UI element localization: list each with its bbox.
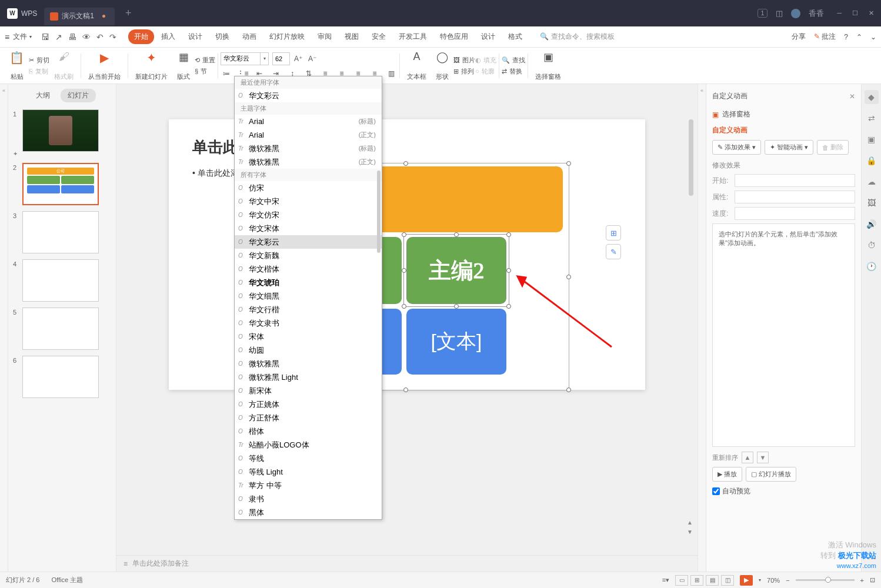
font-option[interactable]: O华文彩云 xyxy=(235,89,382,102)
font-option[interactable]: O华文仿宋 xyxy=(235,208,382,222)
document-tab[interactable]: 演示文稿1 xyxy=(44,8,115,25)
sorter-view-icon[interactable]: ⊞ xyxy=(690,575,703,586)
maximize-button[interactable]: ☐ xyxy=(852,9,858,17)
replace-button[interactable]: ⇄替换 xyxy=(502,67,525,76)
slide-thumb-4[interactable]: 4 xyxy=(13,259,111,302)
find-button[interactable]: 🔍查找 xyxy=(502,56,525,65)
tab-review[interactable]: 审阅 xyxy=(312,29,338,44)
tab-slideshow[interactable]: 幻灯片放映 xyxy=(263,29,311,44)
strip-resource-icon[interactable]: ☁ xyxy=(865,175,879,189)
notes-bar[interactable]: ≡ 单击此处添加备注 xyxy=(116,555,698,572)
font-option[interactable]: O华文新魏 xyxy=(235,249,382,262)
font-option[interactable]: O华文宋体 xyxy=(235,222,382,235)
slides-tab[interactable]: 幻灯片 xyxy=(61,89,96,102)
font-option[interactable]: Tr微软雅黑(标题) xyxy=(235,142,382,155)
outline-tab[interactable]: 大纲 xyxy=(29,89,57,102)
font-size-input[interactable] xyxy=(272,52,290,65)
auto-preview-check[interactable]: 自动预览 xyxy=(712,486,855,496)
slide-canvas[interactable]: 单击此处添加 • 单击此处添 主编2 xyxy=(116,84,698,555)
font-option[interactable]: Tr苹方 中等 xyxy=(235,479,382,492)
strip-history-icon[interactable]: 🕐 xyxy=(865,259,879,273)
font-dropdown[interactable]: 最近使用字体 O华文彩云 主题字体 TrArial(标题)TrArial(正文)… xyxy=(234,76,382,520)
reset-button[interactable]: ⟲重置 xyxy=(195,56,215,65)
columns-icon[interactable]: ▥ xyxy=(385,68,397,79)
annotate-button[interactable]: ✎ 批注 xyxy=(814,32,836,42)
font-name-input[interactable] xyxy=(221,52,261,65)
font-option[interactable]: Tr微软雅黑(正文) xyxy=(235,155,382,169)
new-tab-button[interactable]: + xyxy=(125,7,132,19)
smart-anim-button[interactable]: ✦智能动画 ▾ xyxy=(765,140,813,155)
print-icon[interactable]: 🖶 xyxy=(68,32,76,42)
close-pane-icon[interactable]: ✕ xyxy=(849,92,855,101)
section-button[interactable]: §节 xyxy=(195,67,215,76)
strip-audio-icon[interactable]: 🔊 xyxy=(865,217,879,231)
tab-view[interactable]: 视图 xyxy=(339,29,365,44)
increase-font-icon[interactable]: A⁺ xyxy=(292,53,304,65)
start-combo[interactable] xyxy=(735,174,855,187)
minimize-button[interactable]: ─ xyxy=(837,9,842,17)
font-option[interactable]: O楷体 xyxy=(235,425,382,438)
skin-icon[interactable]: ◫ xyxy=(776,9,783,18)
fit-window-icon[interactable]: ⊡ xyxy=(870,576,875,584)
from-current-button[interactable]: ▶ 从当前开始 xyxy=(84,51,125,81)
tab-animation[interactable]: 动画 xyxy=(236,29,262,44)
move-down-button[interactable]: ▼ xyxy=(757,452,769,463)
font-option[interactable]: O等线 xyxy=(235,452,382,465)
slide-thumb-6[interactable]: 6 xyxy=(13,356,111,398)
picture-button[interactable]: 🖼图片 xyxy=(453,56,475,65)
smartart-layout-icon[interactable]: ⊞ xyxy=(606,225,621,240)
zoom-label[interactable]: 70% xyxy=(767,577,780,584)
copy-button[interactable]: ⎘复制 xyxy=(29,67,49,76)
bullets-icon[interactable]: ≔ xyxy=(221,68,232,79)
tab-security[interactable]: 安全 xyxy=(366,29,392,44)
export-icon[interactable]: ↗ xyxy=(55,32,62,42)
font-option[interactable]: O方正舒体 xyxy=(235,411,382,425)
font-option[interactable]: O华文彩云 xyxy=(235,235,382,249)
print-preview-icon[interactable]: 👁 xyxy=(82,32,91,42)
font-option[interactable]: O华文楷体 xyxy=(235,262,382,276)
strip-image-icon[interactable]: 🖼 xyxy=(865,196,879,210)
font-name-dropdown-icon[interactable]: ▾ xyxy=(261,52,269,65)
command-search[interactable]: 🔍 查找命令、搜索模板 xyxy=(540,32,614,42)
close-button[interactable]: ✕ xyxy=(869,9,874,17)
new-slide-button[interactable]: ✦ 新建幻灯片 xyxy=(131,51,172,81)
tab-special[interactable]: 特色应用 xyxy=(434,29,474,44)
redo-icon[interactable]: ↷ xyxy=(109,32,116,42)
vertical-scrollbar[interactable]: ▲ ▼ xyxy=(687,84,695,537)
file-menu[interactable]: 文件 ▾ xyxy=(9,32,35,42)
strip-security-icon[interactable]: 🔒 xyxy=(865,153,879,168)
font-option[interactable]: O黑体 xyxy=(235,506,382,519)
font-option[interactable]: O方正姚体 xyxy=(235,397,382,411)
slide-thumb-5[interactable]: 5 xyxy=(13,308,111,350)
tab-design[interactable]: 设计 xyxy=(182,29,208,44)
save-icon[interactable]: 🖫 xyxy=(41,32,49,42)
fill-button[interactable]: ◐填充 xyxy=(475,56,496,65)
settings-icon[interactable]: ⌄ xyxy=(870,33,876,41)
tab-start[interactable]: 开始 xyxy=(128,29,154,44)
font-option[interactable]: O华文行楷 xyxy=(235,303,382,316)
collapse-ribbon-icon[interactable]: ⌃ xyxy=(856,33,862,41)
property-combo[interactable] xyxy=(735,191,855,203)
reading-view-icon[interactable]: ▤ xyxy=(706,575,719,586)
font-option[interactable]: O新宋体 xyxy=(235,384,382,397)
arrange-button[interactable]: ⊞排列 xyxy=(453,67,475,76)
outline-button[interactable]: ○轮廓 xyxy=(475,67,496,76)
share-button[interactable]: 分享 xyxy=(792,32,806,42)
slideshow-play-button[interactable]: ▶ xyxy=(740,575,753,586)
select-pane-button[interactable]: ▣ 选择窗格 xyxy=(530,51,566,81)
play-anim-button[interactable]: ▶播放 xyxy=(712,467,742,482)
speed-combo[interactable] xyxy=(735,207,855,220)
font-option[interactable]: O宋体 xyxy=(235,330,382,343)
smartart-edit-icon[interactable]: ✎ xyxy=(606,244,621,259)
font-option[interactable]: O仿宋 xyxy=(235,181,382,195)
help-icon[interactable]: ? xyxy=(844,33,848,41)
tab-devtools[interactable]: 开发工具 xyxy=(393,29,433,44)
strip-timer-icon[interactable]: ⏱ xyxy=(865,238,879,252)
collapse-right-button[interactable]: « xyxy=(698,84,706,572)
slide-thumb-3[interactable]: 3 xyxy=(13,211,111,253)
zoom-slider[interactable] xyxy=(796,579,855,581)
zoom-out-icon[interactable]: − xyxy=(786,577,789,584)
font-name-combo[interactable]: ▾ xyxy=(221,52,269,65)
font-option[interactable]: Tr站酷小薇LOGO体 xyxy=(235,438,382,452)
hamburger-icon[interactable]: ≡ xyxy=(5,32,9,42)
